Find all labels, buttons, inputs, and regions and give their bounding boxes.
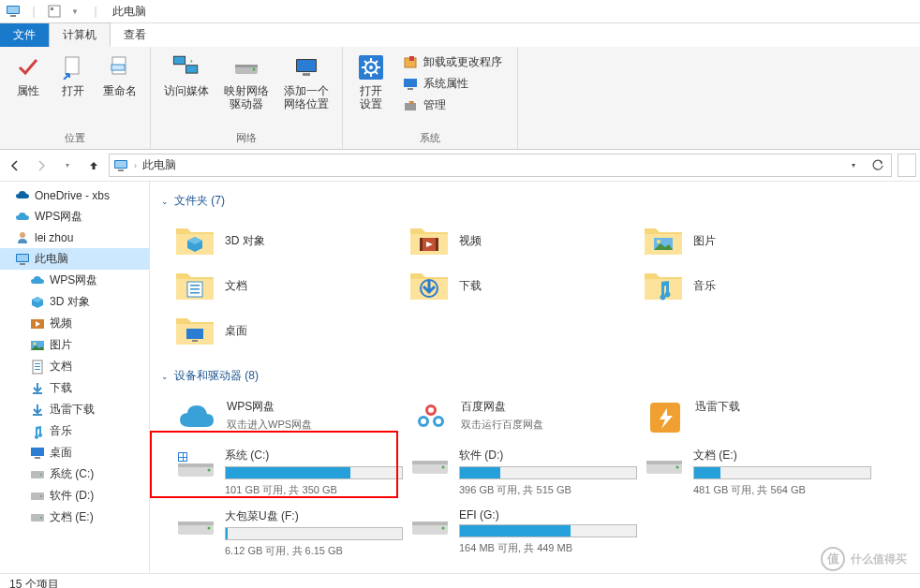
tree-sub-d[interactable]: 软件 (D:) [0, 485, 149, 507]
svg-rect-24 [408, 88, 413, 90]
address-dropdown[interactable]: ▾ [844, 161, 863, 169]
svg-rect-43 [35, 457, 40, 459]
tree-sub-3d[interactable]: 3D 对象 [0, 291, 149, 313]
folder-icon [408, 267, 450, 304]
folder-videos[interactable]: 视频 [405, 218, 639, 263]
drive-xunlei[interactable]: 迅雷下载 [639, 393, 873, 442]
folder-3d[interactable]: 3D 对象 [171, 218, 405, 263]
forward-button[interactable] [30, 154, 52, 177]
svg-rect-28 [118, 169, 124, 171]
svg-rect-27 [115, 161, 126, 168]
ribbon-group-network: 访问媒体 映射网络 驱动器 添加一个 网络位置 网络 [151, 47, 343, 149]
folder-icon [643, 222, 684, 259]
folder-downloads[interactable]: 下载 [405, 263, 639, 308]
svg-rect-32 [20, 263, 25, 265]
user-icon [15, 230, 30, 245]
drive-c[interactable]: 系统 (C:) 101 GB 可用, 共 350 GB [171, 442, 405, 503]
drive-icon [30, 489, 45, 504]
up-button[interactable] [82, 154, 105, 177]
drive-g[interactable]: EFI (G:) 164 MB 可用, 共 449 MB [405, 503, 639, 564]
tree-sub-xunlei[interactable]: 迅雷下载 [0, 399, 149, 420]
refresh-button[interactable] [868, 159, 887, 172]
add-location-button[interactable]: 添加一个 网络位置 [278, 51, 334, 112]
cloud-icon [176, 399, 217, 436]
qat-divider: | [24, 2, 43, 21]
desktop-icon [30, 446, 45, 461]
svg-rect-22 [409, 56, 414, 61]
tree-onedrive[interactable]: OneDrive - xbs [0, 185, 149, 206]
qat-divider: | [86, 2, 105, 21]
drive-icon [410, 508, 450, 546]
svg-rect-9 [174, 57, 185, 65]
tab-computer[interactable]: 计算机 [49, 22, 111, 47]
svg-rect-73 [179, 453, 183, 457]
tree-sub-desktop[interactable]: 桌面 [0, 442, 149, 463]
tree-wps[interactable]: WPS网盘 [0, 206, 149, 228]
svg-point-20 [369, 66, 373, 69]
tree-sub-e[interactable]: 文档 (E:) [0, 507, 149, 528]
chevron-down-icon: ⌄ [161, 197, 169, 206]
svg-rect-58 [190, 292, 200, 294]
open-button[interactable]: 打开 [52, 51, 94, 99]
tree-sub-videos[interactable]: 视频 [0, 313, 149, 334]
rename-button[interactable]: 重命名 [97, 51, 142, 99]
svg-rect-2 [10, 15, 16, 17]
uninstall-button[interactable]: 卸载或更改程序 [397, 52, 508, 72]
tree-sub-downloads[interactable]: 下载 [0, 377, 149, 399]
drive-d[interactable]: 软件 (D:) 396 GB 可用, 共 515 GB [405, 442, 639, 503]
folder-docs[interactable]: 文档 [171, 263, 405, 308]
svg-rect-31 [17, 255, 28, 261]
tree-sub-music[interactable]: 音乐 [0, 420, 149, 442]
tree-user[interactable]: lei zhou [0, 228, 149, 248]
xunlei-icon [645, 399, 686, 436]
tree-thispc[interactable]: 此电脑 [0, 248, 149, 270]
gear-icon [356, 52, 386, 82]
address-field[interactable]: › 此电脑 ▾ [109, 154, 892, 177]
chevron-down-icon: ⌄ [161, 372, 169, 381]
svg-rect-40 [33, 392, 42, 394]
drive-f[interactable]: 大包菜U盘 (F:) 6.12 GB 可用, 共 6.15 GB [171, 503, 405, 564]
svg-rect-56 [190, 285, 200, 287]
ribbon-group-location: 属性 打开 重命名 位置 [0, 47, 151, 149]
svg-rect-70 [178, 463, 214, 467]
svg-rect-16 [297, 60, 316, 71]
tree-sub-wps[interactable]: WPS网盘 [0, 270, 149, 291]
tree-sub-pictures[interactable]: 图片 [0, 334, 149, 356]
search-box[interactable] [898, 154, 916, 177]
folder-pictures[interactable]: 图片 [639, 218, 873, 263]
folder-music[interactable]: 音乐 [639, 263, 873, 308]
drive-icon [30, 467, 45, 482]
properties-button[interactable]: 属性 [7, 51, 49, 99]
svg-rect-11 [186, 66, 197, 73]
open-settings-button[interactable]: 打开 设置 [350, 51, 392, 112]
access-media-button[interactable]: 访问媒体 [158, 51, 215, 99]
status-bar: 15 个项目 [0, 573, 920, 588]
manage-button[interactable]: 管理 [397, 96, 508, 115]
tab-file[interactable]: 文件 [0, 23, 49, 47]
recent-dropdown[interactable]: ▾ [56, 154, 79, 177]
content-pane: ⌄ 文件夹 (7) 3D 对象 视频 图片 文档 下载 音乐 桌面 ⌄ 设备和驱… [150, 182, 920, 573]
tree-sub-c[interactable]: 系统 (C:) [0, 463, 149, 485]
map-drive-button[interactable]: 映射网络 驱动器 [218, 51, 275, 112]
properties-icon[interactable] [45, 2, 64, 21]
ribbon: 属性 打开 重命名 位置 访问媒体 映射网络 驱动器 [0, 47, 920, 150]
drive-wps[interactable]: WPS网盘双击进入WPS网盘 [171, 393, 405, 442]
nav-tree: OneDrive - xbs WPS网盘 lei zhou 此电脑 WPS网盘 … [0, 182, 150, 573]
back-button[interactable] [4, 154, 26, 177]
svg-point-14 [253, 68, 256, 71]
qat-dropdown-icon[interactable]: ▼ [66, 2, 84, 21]
svg-point-85 [208, 527, 211, 530]
svg-point-66 [421, 419, 426, 424]
system-properties-button[interactable]: 系统属性 [397, 74, 508, 94]
rename-icon [105, 52, 135, 82]
svg-rect-39 [35, 369, 40, 370]
drives-header[interactable]: ⌄ 设备和驱动器 (8) [161, 364, 909, 388]
folder-desktop[interactable]: 桌面 [171, 308, 405, 353]
drive-e[interactable]: 文档 (E:) 481 GB 可用, 共 564 GB [639, 442, 873, 503]
tab-view[interactable]: 查看 [111, 23, 159, 47]
svg-rect-5 [66, 57, 79, 74]
drive-baidu[interactable]: 百度网盘双击运行百度网盘 [405, 393, 639, 442]
folders-header[interactable]: ⌄ 文件夹 (7) [161, 189, 909, 213]
tree-sub-docs[interactable]: 文档 [0, 356, 149, 377]
pc-icon [4, 2, 22, 21]
